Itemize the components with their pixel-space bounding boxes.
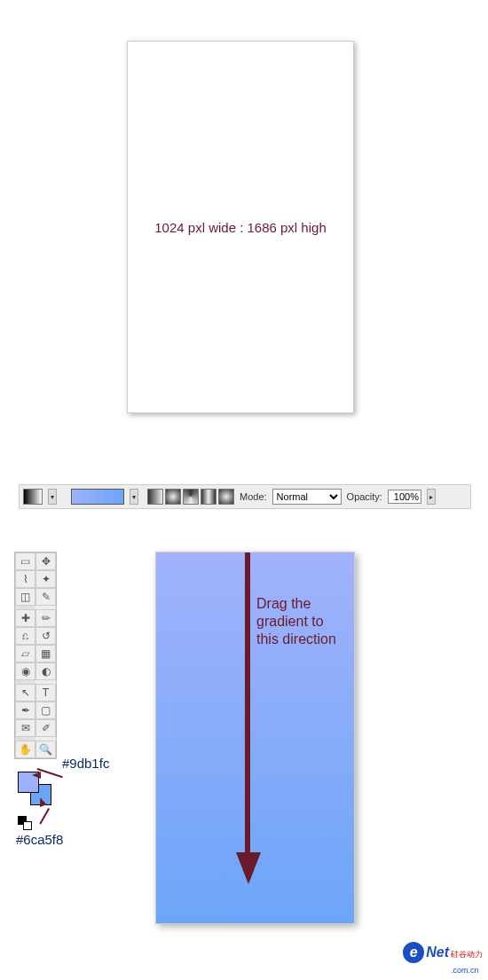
drag-instruction-text: Drag the gradient to this direction xyxy=(256,595,345,648)
tools-panel: ▭✥⌇✦◫✎✚✏⎌↺▱▦◉◐↖T✒▢✉✐✋🔍 xyxy=(14,552,57,759)
radial-gradient-button[interactable] xyxy=(165,489,181,505)
stamp-icon[interactable]: ⎌ xyxy=(15,627,35,645)
blend-mode-select[interactable]: Normal xyxy=(272,489,342,505)
gradient-tool-picker[interactable] xyxy=(23,489,43,505)
heal-icon[interactable]: ✚ xyxy=(15,609,35,627)
drag-arrow-shaft xyxy=(245,553,250,854)
history-icon[interactable]: ↺ xyxy=(35,627,56,645)
note-icon[interactable]: ✉ xyxy=(15,719,35,737)
gradient-canvas-document[interactable]: Drag the gradient to this direction xyxy=(155,552,355,924)
bg-hex-label: #6ca5f8 xyxy=(16,832,63,847)
angle-gradient-button[interactable] xyxy=(183,489,199,505)
logo-domain-text: .com.cn xyxy=(451,966,479,975)
path-icon[interactable]: ↖ xyxy=(15,684,35,702)
opacity-label: Opacity: xyxy=(347,491,382,502)
gradient-options-bar: ▾ ▾ Mode: Normal Opacity: ▸ xyxy=(19,484,471,509)
wand-icon[interactable]: ✦ xyxy=(35,570,56,588)
opacity-dropdown[interactable]: ▸ xyxy=(427,489,436,505)
drag-arrow-head-icon xyxy=(236,852,261,884)
logo-net-text: Net xyxy=(426,945,449,960)
crop-icon[interactable]: ◫ xyxy=(15,588,35,606)
type-icon[interactable]: T xyxy=(35,684,56,702)
pen-icon[interactable]: ✒ xyxy=(15,702,35,719)
logo-e-icon: e xyxy=(403,942,424,963)
diamond-gradient-button[interactable] xyxy=(218,489,234,505)
fg-hex-label: #9db1fc xyxy=(62,756,109,771)
gradient-picker-dropdown[interactable]: ▾ xyxy=(130,489,138,505)
brush-icon[interactable]: ✏ xyxy=(35,609,56,627)
linear-gradient-button[interactable] xyxy=(147,489,163,505)
tool-preset-dropdown[interactable]: ▾ xyxy=(48,489,57,505)
default-colors-icon-bg xyxy=(23,821,32,830)
shape-icon[interactable]: ▢ xyxy=(35,702,56,719)
logo-cn-text: 硅谷动力 xyxy=(451,950,483,959)
watermark-logo: e Net 硅谷动力 .com.cn xyxy=(403,942,483,976)
slice-icon[interactable]: ✎ xyxy=(35,588,56,606)
gradient-icon[interactable]: ▦ xyxy=(35,645,56,662)
move-icon[interactable]: ✥ xyxy=(35,553,56,570)
blur-icon[interactable]: ◉ xyxy=(15,662,35,680)
eraser-icon[interactable]: ▱ xyxy=(15,645,35,662)
blank-canvas-document: 1024 pxl wide : 1686 pxl high xyxy=(127,41,354,413)
canvas-dimensions-label: 1024 pxl wide : 1686 pxl high xyxy=(154,220,326,235)
reflected-gradient-button[interactable] xyxy=(201,489,216,505)
mode-label: Mode: xyxy=(240,491,267,502)
zoom-icon[interactable]: 🔍 xyxy=(35,741,56,758)
eyedrop-icon[interactable]: ✐ xyxy=(35,719,56,737)
marquee-icon[interactable]: ▭ xyxy=(15,553,35,570)
opacity-input[interactable] xyxy=(388,490,421,504)
gradient-type-buttons xyxy=(147,489,234,505)
dodge-icon[interactable]: ◐ xyxy=(35,662,56,680)
hand-icon[interactable]: ✋ xyxy=(15,741,35,758)
gradient-preview[interactable] xyxy=(71,489,124,505)
lasso-icon[interactable]: ⌇ xyxy=(15,570,35,588)
